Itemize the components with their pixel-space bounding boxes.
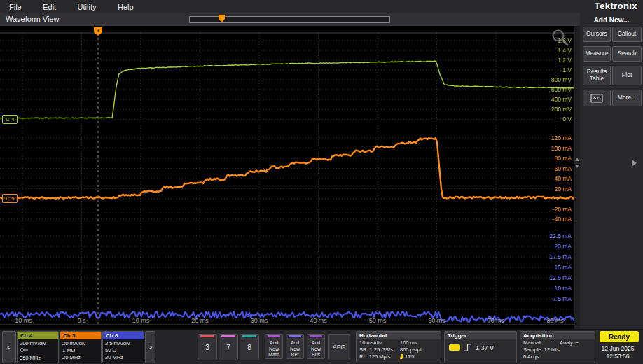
math-color-chip [268,335,280,337]
menu-bar: File Edit Utility Help Tektronix [0,0,643,13]
ch5-bandwidth: 20 MHz [62,354,99,361]
y-axis-label: 200 mV [521,106,572,113]
ch3-number: 3 [205,343,209,351]
ch8-color-chip [242,335,256,337]
x-axis-label: 50 ms [362,317,393,324]
compress-pct: 17% [405,354,415,360]
graticule [0,33,574,325]
add-new-math-button[interactable]: Add New Math [265,334,283,359]
acq-sample: Sample: 12 bits [523,346,560,353]
acquisition-panel[interactable]: Acquisition Manual,Analyze Sample: 12 bi… [520,331,595,363]
channel-badge-ch6[interactable]: Ch 6 2.5 mA/div 50 Ω 20 MHz [102,331,144,363]
ch6-scale: 2.5 mA/div [105,340,141,347]
waveform-image-button[interactable] [583,90,611,106]
channel-badge-c4-handle[interactable]: C 4 [2,115,18,124]
image-icon [590,94,603,103]
y-axis-label: 1.4 V [521,47,572,54]
ch7-number: 7 [226,343,230,351]
y-axis-label: 1.2 V [521,57,572,64]
measure-button[interactable]: Measure [583,46,611,62]
svg-text:T: T [97,27,100,34]
trigger-level: 1.37 V [476,344,494,351]
channel-badge-ch5[interactable]: Ch 5 20 mA/div 1 MΩ 20 MHz [60,331,102,363]
y-axis-label: 12.5 mA [521,274,572,281]
acq-mode: Manual, [523,340,542,346]
badge-scroll-right-button[interactable]: > [145,331,155,363]
y-axis-label: 600 mV [521,86,572,93]
scroll-down-icon[interactable] [575,164,579,168]
menu-file[interactable]: File [0,1,31,13]
search-button[interactable]: Search [612,46,642,62]
ch5-scale: 20 mA/div [62,340,99,347]
channel-button-3[interactable]: 3 [198,334,217,360]
ch6-impedance: 50 Ω [105,347,141,354]
menu-help[interactable]: Help [109,1,143,13]
expand-arrow-icon[interactable] [632,160,637,167]
more-button[interactable]: More... [612,90,642,106]
channel-badge-ch4[interactable]: Ch 4 200 mV/div 350 MHz [17,331,59,363]
y-axis-label: 17.5 mA [521,253,572,260]
channel-button-8[interactable]: 8 [240,334,259,360]
add-new-bus-button[interactable]: Add New Bus [307,334,325,359]
menu-utility[interactable]: Utility [69,1,106,13]
ch8-number: 8 [247,343,251,351]
y-axis-label: 800 mV [521,76,572,83]
y-axis-label: 400 mV [521,96,572,103]
bus-color-chip [310,335,322,337]
ch7-color-chip [221,335,235,337]
tektronix-logo: Tektronix [595,1,637,11]
x-axis-label: 30 ms [244,317,275,324]
time-label: 12:53:56 [593,353,643,360]
cursors-button[interactable]: Cursors [583,27,611,42]
results-table-button[interactable]: Results Table [583,66,611,85]
trigger-title: Trigger [445,332,516,340]
y-axis-label: 20 mA [521,186,572,192]
x-axis-label: -10 ms [7,317,38,324]
x-axis-label: 20 ms [185,317,216,324]
horizontal-panel[interactable]: Horizontal 10 ms/div100 ms SR: 1.25 GS/s… [356,331,441,363]
rising-edge-icon [464,344,472,351]
y-axis-label: 7.5 mA [521,295,572,302]
trigger-source-chip [449,344,460,351]
acq-analyze: Analyze [560,340,579,346]
resolution: 800 ps/pt [400,346,422,354]
date-time: 12 Jun 2025 12:53:56 [593,345,643,360]
x-axis-label: 40 ms [303,317,334,324]
oscilloscope-app: File Edit Utility Help Tektronix Wavefor… [0,0,643,364]
x-axis-label: 60 ms [422,317,452,324]
y-axis-label: -40 mA [521,216,572,223]
ch4-bandwidth: 350 MHz [20,355,56,362]
y-axis-label: 60 mA [521,165,572,172]
y-axis-label: -20 mA [521,206,572,213]
tab-waveform-view[interactable]: Waveform View [6,15,59,23]
badge-scroll-left-button[interactable]: < [2,331,16,363]
ch6-label: Ch 6 [106,332,118,339]
ref-color-chip [289,335,301,337]
add-new-ref-button[interactable]: Add New Ref [286,334,304,359]
afg-button[interactable]: AFG [328,334,350,360]
trigger-panel[interactable]: Trigger 1.37 V [444,331,517,363]
channel-button-7[interactable]: 7 [219,334,238,360]
y-axis-label: 22.5 mA [521,232,572,239]
callout-button[interactable]: Callout [612,27,642,42]
trigger-indicator[interactable]: T [94,27,102,325]
horizontal-scale: 10 ms/div [359,340,382,346]
plot-scrollbar[interactable] [574,26,580,329]
sample-rate: SR: 1.25 GS/s [359,346,393,353]
ready-status-button[interactable]: Ready [600,331,639,342]
date-label: 12 Jun 2025 [593,345,643,353]
waveform-plot[interactable]: T [0,26,574,329]
scroll-up-icon[interactable] [575,158,579,161]
traces [0,61,574,322]
menu-edit[interactable]: Edit [34,1,65,13]
y-axis-label: 20 mA [521,243,572,250]
x-axis-label: 10 ms [125,317,156,324]
channel-badge-c5-handle[interactable]: C 5 [2,194,18,203]
add-new-sidebar: Add New... Cursors Callout Measure Searc… [580,13,643,329]
zoom-glass-icon[interactable] [551,28,570,48]
plot-button[interactable]: Plot [612,66,642,85]
y-axis-label: 120 mA [521,134,572,141]
y-axis-label: 100 mA [521,145,572,152]
ch5-label: Ch 5 [63,332,75,339]
record-length: RL: 125 Mpts [359,354,391,360]
